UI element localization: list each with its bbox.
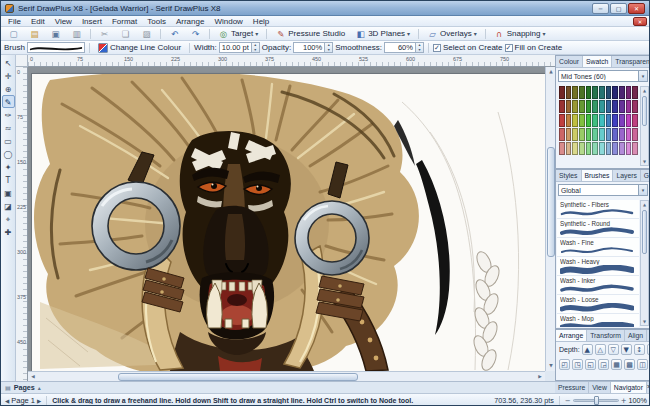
- menu-window[interactable]: Window: [209, 16, 247, 27]
- quickshape-tool[interactable]: ✦: [2, 160, 15, 173]
- swatch[interactable]: [599, 100, 605, 113]
- zoom-level[interactable]: 100%: [629, 396, 647, 405]
- swatch[interactable]: [579, 86, 585, 99]
- zoom-out-icon[interactable]: −: [565, 397, 571, 405]
- brushes-tab-brushes[interactable]: Brushes: [582, 170, 614, 181]
- canvas-viewport[interactable]: ▲ ▼ ◀ ▶: [28, 67, 555, 381]
- brush-item[interactable]: Wash - Fine: [557, 238, 639, 257]
- pointer-tool[interactable]: ↖: [2, 56, 15, 69]
- swatch[interactable]: [599, 142, 605, 155]
- width-stepper[interactable]: ▴▾: [251, 43, 259, 52]
- swatch[interactable]: [572, 86, 578, 99]
- swatch[interactable]: [566, 142, 572, 155]
- depth-button-0[interactable]: ▲: [582, 344, 593, 355]
- swatch[interactable]: [612, 100, 618, 113]
- depth-button-2[interactable]: ▽: [608, 344, 619, 355]
- arrange-button-5[interactable]: ▩: [624, 359, 635, 370]
- minimize-button[interactable]: ─: [592, 3, 609, 14]
- swatch-scrollbar[interactable]: ▲ ▼: [640, 86, 649, 166]
- document-close-button[interactable]: ✕: [633, 17, 647, 26]
- swatch[interactable]: [619, 128, 625, 141]
- depth-button-4[interactable]: ↕: [634, 344, 645, 355]
- colour-tab-transparency[interactable]: Transparency: [612, 56, 650, 67]
- swatch[interactable]: [599, 128, 605, 141]
- width-input[interactable]: 10.00 pt▴▾: [219, 42, 260, 53]
- arrange-button-1[interactable]: ◳: [572, 359, 583, 370]
- swatch[interactable]: [626, 142, 632, 155]
- scroll-right-arrow[interactable]: ▶: [535, 372, 545, 381]
- pages-strip[interactable]: ▤ Pages ▴: [1, 381, 555, 393]
- scroll-down-arrow[interactable]: ▼: [641, 318, 648, 325]
- dock-tab-view[interactable]: View: [589, 382, 611, 393]
- swatch[interactable]: [559, 142, 565, 155]
- swatch[interactable]: [592, 86, 598, 99]
- scroll-up-arrow[interactable]: ▲: [546, 67, 555, 77]
- colour-tab-swatch[interactable]: Swatch: [583, 56, 612, 67]
- undo-button[interactable]: ↶: [165, 27, 184, 41]
- swatch[interactable]: [572, 100, 578, 113]
- swatch[interactable]: [606, 114, 612, 127]
- colour-tab-colour[interactable]: Colour: [556, 56, 583, 67]
- swatch[interactable]: [626, 86, 632, 99]
- swatch[interactable]: [619, 100, 625, 113]
- fill-on-create-checkbox[interactable]: ✓ Fill on Create: [505, 43, 563, 52]
- menu-help[interactable]: Help: [248, 16, 274, 27]
- smoothness-stepper[interactable]: ▴▾: [415, 43, 423, 52]
- brush-item[interactable]: Wash - Loose: [557, 295, 639, 314]
- canvas-vertical-scrollbar[interactable]: ▲ ▼: [545, 67, 555, 371]
- scroll-down-arrow[interactable]: ▼: [546, 361, 555, 371]
- open-button[interactable]: ▤: [25, 27, 44, 41]
- swatch[interactable]: [572, 142, 578, 155]
- select-on-create-checkbox[interactable]: ✓ Select on Create: [433, 43, 503, 52]
- menu-file[interactable]: File: [3, 16, 26, 27]
- zoom-in-icon[interactable]: +: [621, 397, 627, 405]
- menu-format[interactable]: Format: [107, 16, 142, 27]
- copy-button[interactable]: ❏: [116, 27, 135, 41]
- swatch[interactable]: [612, 128, 618, 141]
- 3d-planes-button[interactable]: ◧3D Planes▾: [351, 27, 414, 41]
- save-button[interactable]: ▣: [46, 27, 65, 41]
- brushes-tab-styles[interactable]: Styles: [556, 170, 582, 181]
- swatch[interactable]: [586, 142, 592, 155]
- text-tool[interactable]: T: [2, 173, 15, 186]
- change-line-colour-button[interactable]: Change Line Colour: [94, 41, 185, 55]
- dock-tab-pressure[interactable]: Pressure: [555, 382, 589, 393]
- swatch[interactable]: [619, 142, 625, 155]
- menu-edit[interactable]: Edit: [26, 16, 50, 27]
- swatch[interactable]: [606, 86, 612, 99]
- brush-item[interactable]: Wash - Inker: [557, 276, 639, 295]
- swatch[interactable]: [566, 86, 572, 99]
- smoothness-input[interactable]: 60%▴▾: [384, 42, 424, 53]
- swatch[interactable]: [606, 100, 612, 113]
- swatch[interactable]: [586, 114, 592, 127]
- swatch[interactable]: [579, 128, 585, 141]
- swatch[interactable]: [632, 128, 638, 141]
- rotate-tool[interactable]: ⊕: [2, 82, 15, 95]
- pages-expand-icon[interactable]: ▴: [38, 384, 41, 391]
- swatch[interactable]: [586, 128, 592, 141]
- swatch[interactable]: [632, 142, 638, 155]
- swatch[interactable]: [612, 86, 618, 99]
- arrange-button-2[interactable]: ◱: [585, 359, 596, 370]
- scroll-thumb[interactable]: [642, 210, 647, 254]
- redo-button[interactable]: ↷: [186, 27, 205, 41]
- swatch[interactable]: [619, 114, 625, 127]
- drawing-page[interactable]: [32, 74, 545, 371]
- current-page[interactable]: Page 1: [11, 396, 35, 405]
- title-bar[interactable]: Serif DrawPlus X8 - [Gelada Warrior] - S…: [1, 1, 649, 16]
- depth-button-1[interactable]: △: [595, 344, 606, 355]
- zoom-slider-thumb[interactable]: [594, 396, 599, 405]
- swatch[interactable]: [592, 142, 598, 155]
- swatch[interactable]: [626, 128, 632, 141]
- brush-scrollbar[interactable]: ▲ ▼: [640, 200, 649, 326]
- prev-page-icon[interactable]: ◀: [5, 398, 9, 404]
- brushes-tab-layers[interactable]: Layers: [613, 170, 640, 181]
- swatch[interactable]: [586, 86, 592, 99]
- arrange-button-4[interactable]: ▦: [611, 359, 622, 370]
- vertical-scroll-thumb[interactable]: [547, 147, 555, 257]
- scroll-down-arrow[interactable]: ▼: [641, 158, 648, 165]
- swatch[interactable]: [632, 86, 638, 99]
- new-button[interactable]: ▢: [4, 27, 23, 41]
- brush-item[interactable]: Wash - Mop: [557, 314, 639, 327]
- swatch[interactable]: [579, 142, 585, 155]
